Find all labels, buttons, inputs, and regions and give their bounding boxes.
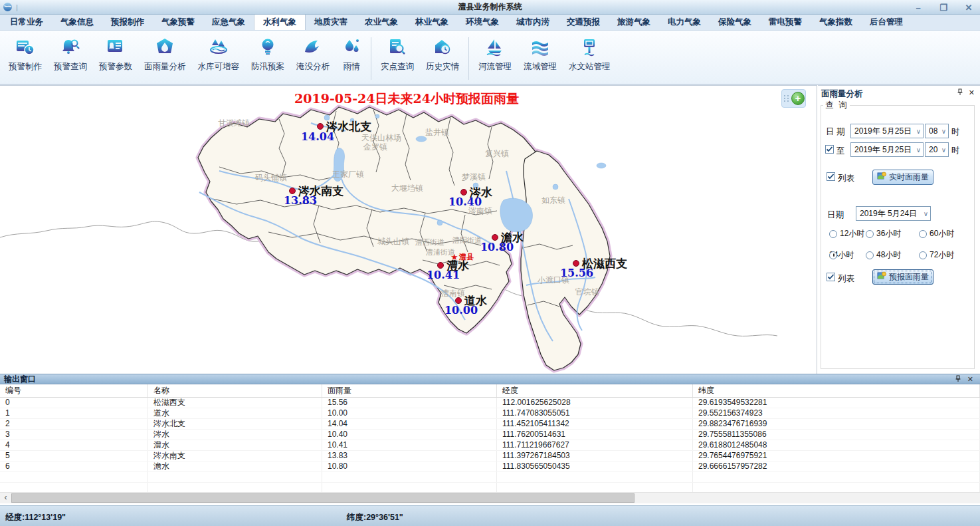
menu-tab-地质灾害[interactable]: 地质灾害	[306, 15, 356, 30]
scrollbar-thumb[interactable]	[11, 493, 635, 503]
inundation-icon	[303, 36, 323, 59]
column-header: 面雨量	[322, 384, 497, 397]
tool-预警查询[interactable]: 预警查询	[48, 36, 93, 72]
radio-12小时[interactable]: 12小时	[829, 228, 864, 239]
radio-label: 48小时	[876, 249, 901, 261]
column-header: 纬度	[693, 384, 980, 397]
map-canvas[interactable]: 甘溪滩镇盐井镇天供山林场金罗镇复兴镇王家厂镇码头铺镇梦溪镇大堰垱镇涔南镇如东镇城…	[0, 86, 817, 374]
menu-tab-农业气象[interactable]: 农业气象	[356, 15, 407, 30]
chevron-down-icon: ∨	[924, 210, 928, 217]
pin-icon[interactable]	[957, 88, 963, 97]
minimize-button[interactable]: –	[911, 3, 926, 13]
tool-预警参数[interactable]: 预警参数	[93, 36, 138, 72]
tool-面雨量分析[interactable]: 面雨量分析	[138, 36, 192, 72]
table-row[interactable]: 6澹水10.80111.83056505043529.6666157957282	[0, 461, 980, 472]
table-cell: 29.552156374923	[693, 408, 980, 418]
tool-雨情[interactable]: 雨情	[336, 36, 367, 72]
station-dot	[318, 124, 324, 130]
output-window-title: 输出窗口	[4, 374, 36, 385]
rain-icon	[342, 36, 361, 59]
maximize-button[interactable]: ❐	[936, 3, 951, 13]
reservoir-icon	[209, 36, 229, 59]
table-cell: 涔水南支	[148, 451, 322, 461]
radio-48小时[interactable]: 48小时	[866, 249, 901, 261]
realtime-list-checkbox[interactable]	[827, 172, 835, 181]
forecast-list-label: 列表	[838, 273, 854, 285]
table-cell: 1	[0, 408, 148, 418]
menu-bar: 日常业务气象信息预报制作气象预警应急气象水利气象地质灾害农业气象林业气象环境气象…	[0, 15, 980, 31]
town-label: 王家厂镇	[332, 170, 364, 179]
menu-tab-林业气象[interactable]: 林业气象	[407, 15, 457, 30]
tool-灾点查询[interactable]: 灾点查询	[375, 36, 420, 72]
to-date-checkbox[interactable]	[825, 145, 834, 154]
zoom-in-button[interactable]: +	[791, 92, 805, 105]
radio-36小时[interactable]: 36小时	[866, 228, 901, 239]
menu-tab-雷电预警[interactable]: 雷电预警	[760, 15, 811, 30]
end-date-select[interactable]: 2019年 5月25日 ∨	[850, 142, 924, 157]
table-cell: 29.6193549532281	[693, 398, 980, 408]
alert-search-icon	[60, 36, 80, 59]
tool-label: 雨情	[343, 61, 360, 72]
menu-tab-应急气象[interactable]: 应急气象	[203, 15, 254, 30]
radio-24小时[interactable]: 24小时	[829, 249, 854, 261]
radio-60小时[interactable]: 60小时	[919, 228, 954, 239]
start-date-select[interactable]: 2019年 5月25日 ∨	[850, 124, 924, 138]
history-disaster-icon	[433, 36, 452, 59]
menu-tab-后台管理[interactable]: 后台管理	[861, 15, 912, 30]
end-hour-select[interactable]: 20 ∨	[925, 142, 949, 157]
radio-circle	[829, 230, 837, 238]
tool-label: 河流管理	[478, 61, 512, 72]
table-row[interactable]: 4澧水10.41111.71121966762729.6188012485048	[0, 440, 980, 451]
station-dot	[456, 298, 462, 304]
menu-tab-日常业务[interactable]: 日常业务	[1, 15, 52, 30]
table-row[interactable]: 3涔水10.40111.7620051463129.7555811355086	[0, 430, 980, 440]
radio-circle	[866, 251, 874, 259]
tool-防汛预案[interactable]: 防汛预案	[245, 36, 290, 72]
menu-tab-气象预警[interactable]: 气象预警	[153, 15, 203, 30]
menu-tab-气象信息[interactable]: 气象信息	[52, 15, 102, 30]
column-header: 编号	[0, 384, 148, 397]
table-cell: 10.40	[322, 430, 497, 440]
menu-tab-预报制作[interactable]: 预报制作	[102, 15, 153, 30]
map-button-icon	[877, 172, 886, 183]
tool-水库可增容[interactable]: 水库可增容	[192, 36, 246, 72]
forecast-list-checkbox[interactable]	[827, 273, 835, 281]
table-row[interactable]: 1道水10.00111.74708305505129.552156374923	[0, 408, 980, 419]
table-row[interactable]: 2涔水北支14.04111.45210541134229.88234767169…	[0, 419, 980, 430]
tool-水文站管理[interactable]: 水文站管理	[563, 36, 617, 72]
forecast-date-select[interactable]: 2019年 5月24日 ∨	[856, 206, 931, 221]
pin-icon[interactable]	[955, 375, 961, 384]
realtime-rain-button[interactable]: 实时面雨量	[872, 170, 933, 185]
menu-tab-水利气象[interactable]: 水利气象	[254, 15, 306, 30]
table-header-row: 编号名称面雨量经度纬度	[0, 384, 980, 398]
table-cell: 111.76200514631	[497, 430, 693, 440]
menu-tab-交通预报[interactable]: 交通预报	[558, 15, 609, 30]
output-table: 编号名称面雨量经度纬度0松滋西支15.56112.00162562502829.…	[0, 384, 980, 492]
menu-tab-旅游气象[interactable]: 旅游气象	[609, 15, 659, 30]
table-row[interactable]: 0松滋西支15.56112.00162562502829.61935495322…	[0, 398, 980, 408]
town-label: 金罗镇	[363, 142, 387, 152]
toolbar-separator	[371, 37, 371, 80]
menu-tab-保险气象[interactable]: 保险气象	[710, 15, 760, 30]
close-button[interactable]: ✕	[961, 3, 976, 13]
close-panel-icon[interactable]: ✕	[969, 89, 975, 96]
scroll-left-arrow[interactable]: ‹	[0, 493, 11, 503]
close-output-icon[interactable]: ✕	[967, 376, 973, 383]
tool-河流管理[interactable]: 河流管理	[472, 36, 518, 72]
table-row[interactable]: 5涔水南支13.83111.39726718450329.76544769759…	[0, 451, 980, 461]
radio-72小时[interactable]: 72小时	[919, 249, 954, 261]
tool-历史灾情[interactable]: 历史灾情	[420, 36, 465, 72]
table-row-empty	[0, 483, 980, 492]
drag-handle[interactable]	[784, 95, 789, 102]
tool-预警制作[interactable]: 预警制作	[3, 36, 48, 72]
town-label: 如东镇	[541, 196, 565, 205]
tool-流域管理[interactable]: 流域管理	[518, 36, 563, 72]
forecast-rain-button[interactable]: 预报面雨量	[872, 269, 933, 285]
menu-tab-气象指数[interactable]: 气象指数	[811, 15, 861, 30]
start-hour-select[interactable]: 08 ∨	[925, 124, 949, 138]
menu-tab-电力气象[interactable]: 电力气象	[659, 15, 710, 30]
tool-淹没分析[interactable]: 淹没分析	[290, 36, 336, 72]
menu-tab-城市内涝[interactable]: 城市内涝	[508, 15, 558, 30]
radio-label: 72小时	[930, 249, 954, 261]
menu-tab-环境气象[interactable]: 环境气象	[457, 15, 508, 30]
